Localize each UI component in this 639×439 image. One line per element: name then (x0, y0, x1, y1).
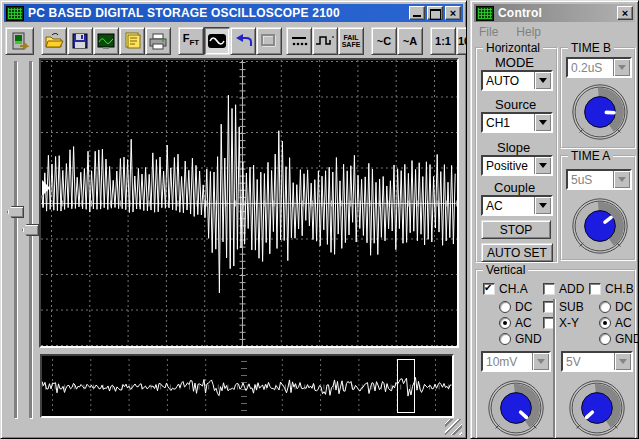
channel-a-gnd-label: GND (515, 332, 542, 346)
xy-label: X-Y (559, 316, 579, 330)
channel-a-gnd-radio[interactable] (499, 333, 511, 345)
left-arrow-icon (233, 33, 253, 49)
channel-a-gain-knob[interactable] (487, 379, 545, 437)
channel-b-range-value: 5V (563, 355, 614, 369)
mode-select[interactable]: AUTO (481, 70, 553, 91)
notes-icon (123, 31, 142, 50)
main-scope-display (39, 58, 459, 348)
desktop: PC BASED DIGITAL STORAGE OSCILLOSCOPE 21… (0, 0, 639, 439)
save-button[interactable] (67, 27, 93, 55)
time-a-dropdown-button[interactable] (613, 171, 630, 188)
mode-dropdown-button[interactable] (534, 72, 551, 89)
main-scope-canvas[interactable] (41, 60, 457, 346)
grid-button[interactable] (256, 27, 282, 55)
time-b-value: 0.2uS (568, 61, 613, 75)
couple-label: Couple (494, 180, 535, 195)
ratio-10-1-button[interactable]: 10:1 (456, 27, 467, 55)
cal-a-button[interactable]: ~A (397, 27, 423, 55)
time-a-knob[interactable] (571, 197, 629, 255)
menu-help[interactable]: Help (514, 24, 543, 40)
channel-b-position-slider-thumb[interactable] (22, 224, 39, 236)
channel-a-label: CH.A (499, 282, 528, 296)
fft-button[interactable]: FFT (178, 27, 204, 55)
couple-select[interactable]: AC (481, 195, 553, 216)
open-folder-icon (44, 32, 64, 50)
channel-b-gnd-radio[interactable] (599, 333, 611, 345)
channel-b-ac-radio[interactable] (599, 317, 611, 329)
channel-b-dc-radio[interactable] (599, 301, 611, 313)
minimize-icon (413, 15, 421, 17)
chevron-down-icon (539, 203, 547, 212)
print-button[interactable] (145, 27, 171, 55)
mode-value: AUTO (483, 74, 534, 88)
channel-a-range-dropdown-button[interactable] (532, 353, 549, 370)
save-floppy-icon (71, 32, 89, 50)
sub-label: SUB (559, 300, 584, 314)
channel-a-position-slider-thumb[interactable] (7, 206, 24, 218)
resize-grip[interactable] (445, 419, 462, 435)
auto-set-button[interactable]: AUTO SET (481, 243, 553, 262)
channel-a-dc-label: DC (515, 300, 532, 314)
control-app-icon (476, 6, 494, 21)
channel-a-checkbox[interactable] (483, 283, 495, 295)
ratio-1-1-label: 1:1 (435, 36, 451, 46)
step-wave-button[interactable] (312, 27, 338, 55)
vertical-group-divider (553, 299, 556, 438)
time-a-select[interactable]: 5uS (566, 169, 632, 190)
channel-b-checkbox[interactable] (589, 283, 601, 295)
time-a-group: TIME A 5uS (560, 155, 636, 261)
close-button[interactable]: × (445, 6, 461, 20)
slope-dropdown-button[interactable] (534, 157, 551, 174)
stop-button[interactable]: STOP (481, 220, 551, 239)
open-button[interactable] (41, 27, 67, 55)
source-label: Source (495, 97, 536, 112)
maximize-button[interactable] (427, 6, 443, 20)
minimize-button[interactable] (409, 6, 425, 20)
ratio-1-1-button[interactable]: 1:1 (430, 27, 456, 55)
overview-display (40, 354, 454, 418)
step-wave-icon (315, 33, 335, 49)
main-titlebar: PC BASED DIGITAL STORAGE OSCILLOSCOPE 21… (4, 4, 463, 22)
control-menubar: File Help (477, 24, 543, 40)
exit-button[interactable] (5, 27, 34, 55)
time-b-select[interactable]: 0.2uS (566, 57, 632, 78)
dotted-line-button[interactable] (286, 27, 312, 55)
source-select[interactable]: CH1 (481, 112, 553, 133)
chevron-down-icon (539, 163, 547, 172)
overview-canvas[interactable] (42, 356, 452, 416)
notes-button[interactable] (119, 27, 145, 55)
acquire-back-button[interactable] (230, 27, 256, 55)
channel-a-position-slider-track[interactable] (14, 61, 17, 418)
add-checkbox[interactable] (543, 283, 555, 295)
source-dropdown-button[interactable] (534, 114, 551, 131)
channel-b-range-dropdown-button[interactable] (614, 353, 631, 370)
waveform-mode-button[interactable] (204, 27, 230, 55)
control-close-button[interactable]: × (617, 6, 633, 20)
vertical-group: Vertical CH.A ADD CH.B DC SUB DC AC X-Y … (475, 269, 636, 439)
menu-file[interactable]: File (477, 24, 500, 40)
mode-label: MODE (495, 55, 534, 70)
time-b-group: TIME B 0.2uS (560, 47, 636, 149)
channel-a-range-select[interactable]: 10mV (481, 351, 551, 372)
couple-dropdown-button[interactable] (534, 197, 551, 214)
sine-wave-icon (207, 33, 227, 49)
channel-b-range-select[interactable]: 5V (561, 351, 633, 372)
channel-a-ac-radio[interactable] (499, 317, 511, 329)
channel-b-dc-label: DC (615, 300, 632, 314)
control-window: Control × File Help Horizontal MODE AUTO… (470, 0, 639, 439)
time-b-knob[interactable] (571, 83, 629, 141)
chevron-down-icon (537, 359, 545, 368)
time-b-dropdown-button[interactable] (613, 59, 630, 76)
add-label: ADD (559, 282, 584, 296)
channel-a-dc-radio[interactable] (499, 301, 511, 313)
channel-b-position-slider-track[interactable] (29, 61, 32, 418)
exit-door-icon (10, 31, 30, 51)
close-icon: × (446, 7, 460, 19)
fail-safe-button[interactable]: FAIL SAFE (338, 27, 364, 55)
control-titlebar: Control × (474, 4, 635, 22)
channel-b-gain-knob[interactable] (568, 379, 626, 437)
slope-select[interactable]: Positive (481, 155, 553, 176)
source-value: CH1 (483, 116, 534, 130)
cal-c-button[interactable]: ~C (371, 27, 397, 55)
export-display-button[interactable] (93, 27, 119, 55)
